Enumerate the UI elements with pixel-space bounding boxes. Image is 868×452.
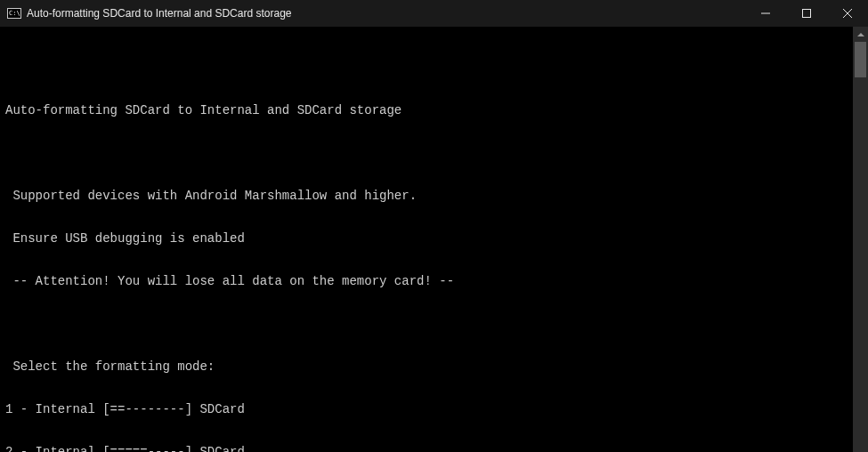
- close-button[interactable]: [827, 0, 868, 27]
- titlebar[interactable]: C:\ Auto-formatting SDCard to Internal a…: [0, 0, 868, 27]
- vertical-scrollbar[interactable]: [853, 27, 868, 452]
- scrollbar-track[interactable]: [853, 42, 868, 452]
- svg-marker-6: [857, 33, 864, 36]
- terminal-line: Ensure USB debugging is enabled: [5, 231, 853, 246]
- minimize-button[interactable]: [745, 0, 786, 27]
- svg-text:C:\: C:\: [9, 10, 20, 17]
- terminal-line: Supported devices with Android Marshmall…: [5, 189, 853, 203]
- scrollbar-thumb[interactable]: [855, 42, 866, 77]
- terminal-line: -- Attention! You will lose all data on …: [5, 274, 853, 288]
- client-area: Auto-formatting SDCard to Internal and S…: [0, 27, 868, 452]
- cmd-icon: C:\: [7, 6, 21, 20]
- terminal-line: 2 - Internal [=====-----] SDCard: [5, 445, 853, 452]
- scroll-up-arrow-icon[interactable]: [853, 27, 868, 42]
- app-window: C:\ Auto-formatting SDCard to Internal a…: [0, 0, 868, 452]
- terminal-line: Auto-formatting SDCard to Internal and S…: [5, 103, 853, 117]
- close-icon: [843, 9, 852, 18]
- maximize-icon: [802, 9, 811, 18]
- minimize-icon: [761, 9, 770, 18]
- svg-rect-3: [803, 10, 811, 18]
- terminal-line: 1 - Internal [==--------] SDCard: [5, 402, 853, 416]
- terminal-line: Select the formatting mode:: [5, 359, 853, 374]
- terminal-line: [5, 146, 853, 160]
- window-title: Auto-formatting SDCard to Internal and S…: [27, 7, 291, 20]
- maximize-button[interactable]: [786, 0, 827, 27]
- terminal-line: [5, 317, 853, 331]
- terminal-output[interactable]: Auto-formatting SDCard to Internal and S…: [0, 27, 853, 452]
- terminal-line: [5, 61, 853, 75]
